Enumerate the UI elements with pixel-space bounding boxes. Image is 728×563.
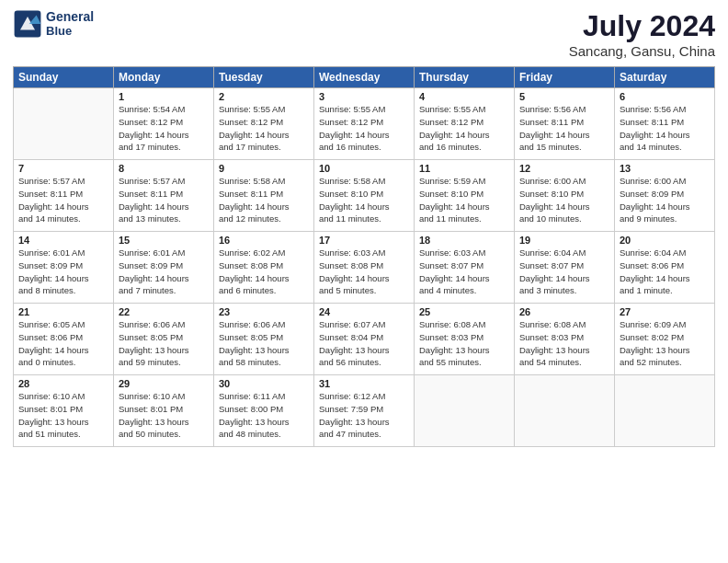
cell-info: Sunrise: 5:58 AMSunset: 8:11 PMDaylight:…: [219, 175, 309, 225]
calendar-cell: 15Sunrise: 6:01 AMSunset: 8:09 PMDayligh…: [114, 232, 214, 304]
calendar-week-4: 21Sunrise: 6:05 AMSunset: 8:06 PMDayligh…: [14, 304, 715, 375]
day-number: 15: [119, 235, 209, 246]
calendar-cell: [615, 375, 715, 447]
calendar-week-1: 1Sunrise: 5:54 AMSunset: 8:12 PMDaylight…: [14, 88, 715, 160]
day-number: 6: [620, 91, 710, 102]
cell-info: Sunrise: 6:03 AMSunset: 8:08 PMDaylight:…: [319, 247, 409, 297]
header-row: SundayMondayTuesdayWednesdayThursdayFrid…: [14, 67, 715, 88]
page: General Blue July 2024 Sancang, Gansu, C…: [0, 0, 728, 563]
calendar-cell: 26Sunrise: 6:08 AMSunset: 8:03 PMDayligh…: [515, 304, 615, 375]
calendar-cell: [14, 88, 114, 160]
col-header-wednesday: Wednesday: [314, 67, 415, 88]
calendar-cell: [415, 375, 515, 447]
cell-info: Sunrise: 6:08 AMSunset: 8:03 PMDaylight:…: [419, 318, 509, 369]
day-number: 21: [18, 306, 108, 317]
col-header-friday: Friday: [515, 67, 615, 88]
cell-info: Sunrise: 5:54 AMSunset: 8:12 PMDaylight:…: [119, 103, 209, 154]
cell-info: Sunrise: 6:05 AMSunset: 8:06 PMDaylight:…: [18, 318, 108, 369]
calendar-title: July 2024: [569, 9, 715, 43]
day-number: 2: [219, 91, 309, 102]
calendar-cell: 1Sunrise: 5:54 AMSunset: 8:12 PMDaylight…: [114, 88, 214, 160]
day-number: 12: [519, 163, 609, 174]
day-number: 28: [18, 378, 108, 389]
cell-info: Sunrise: 5:56 AMSunset: 8:11 PMDaylight:…: [519, 103, 609, 154]
calendar-cell: 2Sunrise: 5:55 AMSunset: 8:12 PMDaylight…: [214, 88, 314, 160]
cell-info: Sunrise: 5:55 AMSunset: 8:12 PMDaylight:…: [219, 103, 309, 154]
day-number: 30: [219, 378, 309, 389]
day-number: 26: [519, 306, 609, 317]
calendar-cell: 3Sunrise: 5:55 AMSunset: 8:12 PMDaylight…: [314, 88, 415, 160]
calendar-cell: 23Sunrise: 6:06 AMSunset: 8:05 PMDayligh…: [214, 304, 314, 375]
calendar-week-3: 14Sunrise: 6:01 AMSunset: 8:09 PMDayligh…: [14, 232, 715, 304]
calendar-subtitle: Sancang, Gansu, China: [569, 43, 715, 59]
day-number: 11: [419, 163, 509, 174]
calendar-cell: 11Sunrise: 5:59 AMSunset: 8:10 PMDayligh…: [415, 160, 515, 232]
day-number: 3: [319, 91, 409, 102]
day-number: 23: [219, 306, 309, 317]
logo-line1: General: [46, 10, 94, 24]
cell-info: Sunrise: 5:55 AMSunset: 8:12 PMDaylight:…: [319, 103, 409, 154]
calendar-cell: 19Sunrise: 6:04 AMSunset: 8:07 PMDayligh…: [515, 232, 615, 304]
day-number: 27: [620, 306, 710, 317]
cell-info: Sunrise: 6:12 AMSunset: 7:59 PMDaylight:…: [319, 390, 409, 441]
calendar-cell: 16Sunrise: 6:02 AMSunset: 8:08 PMDayligh…: [214, 232, 314, 304]
calendar-cell: 28Sunrise: 6:10 AMSunset: 8:01 PMDayligh…: [14, 375, 114, 447]
calendar-cell: 29Sunrise: 6:10 AMSunset: 8:01 PMDayligh…: [114, 375, 214, 447]
calendar-cell: 5Sunrise: 5:56 AMSunset: 8:11 PMDaylight…: [515, 88, 615, 160]
cell-info: Sunrise: 5:57 AMSunset: 8:11 PMDaylight:…: [18, 175, 108, 225]
col-header-tuesday: Tuesday: [214, 67, 314, 88]
col-header-sunday: Sunday: [14, 67, 114, 88]
col-header-monday: Monday: [114, 67, 214, 88]
calendar-cell: 27Sunrise: 6:09 AMSunset: 8:02 PMDayligh…: [615, 304, 715, 375]
calendar-cell: 20Sunrise: 6:04 AMSunset: 8:06 PMDayligh…: [615, 232, 715, 304]
calendar-cell: [515, 375, 615, 447]
calendar-cell: 18Sunrise: 6:03 AMSunset: 8:07 PMDayligh…: [415, 232, 515, 304]
calendar-cell: 7Sunrise: 5:57 AMSunset: 8:11 PMDaylight…: [14, 160, 114, 232]
cell-info: Sunrise: 6:10 AMSunset: 8:01 PMDaylight:…: [18, 390, 108, 441]
cell-info: Sunrise: 6:00 AMSunset: 8:09 PMDaylight:…: [620, 175, 710, 225]
logo-line2: Blue: [46, 25, 94, 38]
logo-text: General Blue: [46, 10, 94, 38]
calendar-cell: 6Sunrise: 5:56 AMSunset: 8:11 PMDaylight…: [615, 88, 715, 160]
cell-info: Sunrise: 5:58 AMSunset: 8:10 PMDaylight:…: [319, 175, 409, 225]
cell-info: Sunrise: 6:01 AMSunset: 8:09 PMDaylight:…: [18, 247, 108, 297]
cell-info: Sunrise: 6:03 AMSunset: 8:07 PMDaylight:…: [419, 247, 509, 297]
col-header-saturday: Saturday: [615, 67, 715, 88]
day-number: 5: [519, 91, 609, 102]
day-number: 20: [620, 235, 710, 246]
day-number: 22: [119, 306, 209, 317]
day-number: 4: [419, 91, 509, 102]
cell-info: Sunrise: 6:06 AMSunset: 8:05 PMDaylight:…: [219, 318, 309, 369]
calendar-cell: 4Sunrise: 5:55 AMSunset: 8:12 PMDaylight…: [415, 88, 515, 160]
calendar-cell: 21Sunrise: 6:05 AMSunset: 8:06 PMDayligh…: [14, 304, 114, 375]
day-number: 1: [119, 91, 209, 102]
calendar-cell: 9Sunrise: 5:58 AMSunset: 8:11 PMDaylight…: [214, 160, 314, 232]
day-number: 18: [419, 235, 509, 246]
title-block: July 2024 Sancang, Gansu, China: [569, 9, 715, 59]
day-number: 7: [18, 163, 108, 174]
cell-info: Sunrise: 5:56 AMSunset: 8:11 PMDaylight:…: [620, 103, 710, 154]
day-number: 13: [620, 163, 710, 174]
calendar-cell: 24Sunrise: 6:07 AMSunset: 8:04 PMDayligh…: [314, 304, 415, 375]
calendar-cell: 14Sunrise: 6:01 AMSunset: 8:09 PMDayligh…: [14, 232, 114, 304]
calendar-cell: 10Sunrise: 5:58 AMSunset: 8:10 PMDayligh…: [314, 160, 415, 232]
calendar-cell: 31Sunrise: 6:12 AMSunset: 7:59 PMDayligh…: [314, 375, 415, 447]
day-number: 31: [319, 378, 409, 389]
day-number: 10: [319, 163, 409, 174]
calendar-table: SundayMondayTuesdayWednesdayThursdayFrid…: [13, 66, 715, 447]
cell-info: Sunrise: 6:02 AMSunset: 8:08 PMDaylight:…: [219, 247, 309, 297]
calendar-cell: 12Sunrise: 6:00 AMSunset: 8:10 PMDayligh…: [515, 160, 615, 232]
header: General Blue July 2024 Sancang, Gansu, C…: [13, 9, 715, 59]
cell-info: Sunrise: 6:06 AMSunset: 8:05 PMDaylight:…: [119, 318, 209, 369]
day-number: 14: [18, 235, 108, 246]
day-number: 16: [219, 235, 309, 246]
day-number: 9: [219, 163, 309, 174]
cell-info: Sunrise: 6:10 AMSunset: 8:01 PMDaylight:…: [119, 390, 209, 441]
cell-info: Sunrise: 6:08 AMSunset: 8:03 PMDaylight:…: [519, 318, 609, 369]
logo: General Blue: [13, 9, 94, 39]
day-number: 19: [519, 235, 609, 246]
calendar-cell: 22Sunrise: 6:06 AMSunset: 8:05 PMDayligh…: [114, 304, 214, 375]
day-number: 17: [319, 235, 409, 246]
calendar-cell: 8Sunrise: 5:57 AMSunset: 8:11 PMDaylight…: [114, 160, 214, 232]
calendar-cell: 25Sunrise: 6:08 AMSunset: 8:03 PMDayligh…: [415, 304, 515, 375]
